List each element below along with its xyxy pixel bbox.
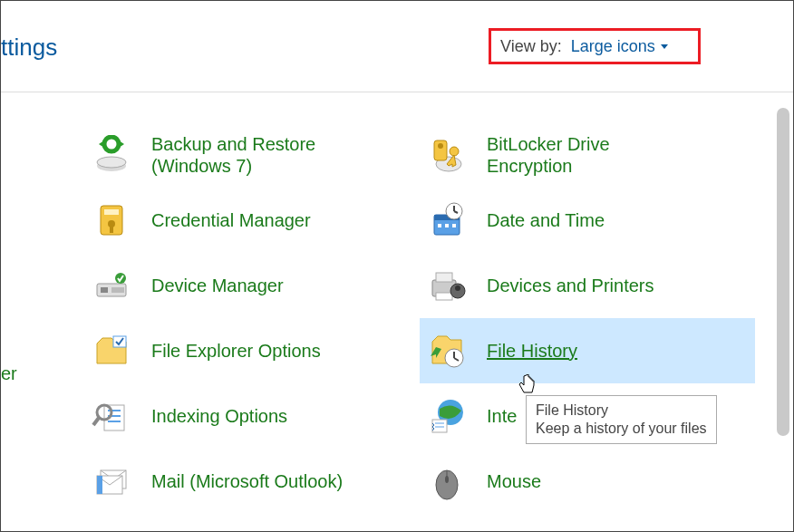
chevron-down-icon [661, 44, 668, 49]
item-label: Date and Time [487, 209, 605, 231]
view-by-selector[interactable]: View by: Large icons [489, 28, 701, 64]
item-date-and-time[interactable]: Date and Time [420, 188, 755, 253]
indexing-options-icon [92, 396, 131, 436]
file-explorer-options-icon [92, 331, 131, 371]
tooltip: File History Keep a history of your file… [526, 395, 717, 444]
svg-point-4 [438, 143, 443, 149]
item-device-manager[interactable]: Device Manager [84, 253, 420, 318]
item-file-explorer-options[interactable]: File Explorer Options [84, 318, 420, 383]
svg-rect-13 [445, 224, 449, 227]
mail-icon [92, 461, 131, 501]
devices-printers-icon [427, 266, 467, 305]
item-label: Backup and Restore (Windows 7) [151, 133, 315, 177]
control-panel-items-grid: Backup and Restore (Windows 7) BitLocker… [84, 122, 757, 531]
item-bitlocker[interactable]: BitLocker Drive Encryption [420, 122, 755, 188]
item-label: Device Manager [151, 275, 284, 296]
item-label: Devices and Printers [487, 275, 654, 296]
svg-rect-7 [104, 209, 119, 215]
item-backup-and-restore[interactable]: Backup and Restore (Windows 7) [84, 122, 420, 188]
device-manager-icon [92, 266, 131, 305]
file-history-icon [427, 331, 467, 371]
svg-rect-22 [436, 293, 452, 300]
svg-point-24 [455, 285, 460, 291]
bitlocker-icon [427, 135, 467, 175]
item-file-history[interactable]: File History [420, 318, 755, 383]
item-label: BitLocker Drive Encryption [487, 133, 610, 177]
item-label: Mail (Microsoft Outlook) [151, 470, 343, 492]
item-devices-and-printers[interactable]: Devices and Printers [420, 253, 755, 318]
svg-rect-18 [111, 287, 124, 293]
item-label: Credential Manager [151, 209, 311, 231]
divider [1, 92, 793, 92]
svg-point-1 [97, 157, 126, 168]
scrollbar-thumb[interactable] [777, 108, 789, 436]
view-by-value: Large icons [571, 37, 655, 56]
internet-options-icon [427, 396, 467, 436]
item-credential-manager[interactable]: Credential Manager [84, 188, 420, 253]
item-mail[interactable]: Mail (Microsoft Outlook) [84, 449, 420, 514]
item-label: Inte [487, 405, 517, 427]
svg-rect-9 [110, 226, 113, 233]
svg-rect-33 [97, 476, 102, 494]
svg-rect-14 [452, 224, 456, 227]
item-label: File Explorer Options [151, 340, 321, 362]
sidebar-label-cutoff: er [1, 363, 17, 384]
item-mouse[interactable]: Mouse [420, 449, 755, 514]
control-panel-window: { "title_cut": "ttings", "viewby": {"lab… [0, 0, 794, 532]
item-label: File History [487, 340, 577, 362]
credential-manager-icon [92, 200, 131, 240]
date-time-icon [427, 200, 467, 240]
item-label: Mouse [487, 470, 541, 492]
item-indexing-options[interactable]: Indexing Options [84, 383, 420, 449]
svg-rect-30 [432, 420, 447, 432]
svg-rect-17 [101, 287, 108, 293]
svg-rect-21 [436, 273, 452, 282]
svg-rect-12 [438, 224, 441, 227]
backup-restore-icon [92, 135, 131, 175]
item-label: Indexing Options [151, 405, 287, 427]
mouse-icon [427, 461, 467, 501]
page-title-cutoff: ttings [1, 34, 57, 62]
svg-point-36 [445, 476, 449, 483]
view-by-label: View by: [500, 37, 562, 56]
